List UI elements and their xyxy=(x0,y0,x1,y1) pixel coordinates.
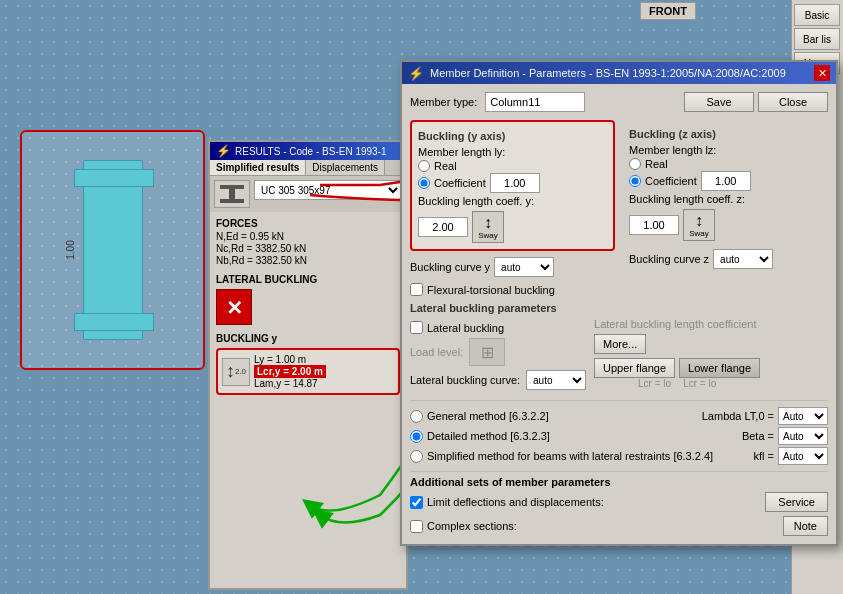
detailed-method-radio[interactable] xyxy=(410,430,423,443)
close-button[interactable]: Close xyxy=(758,92,828,112)
lat-curve-select[interactable]: auto xyxy=(526,370,586,390)
additional-section: Additional sets of member parameters Lim… xyxy=(410,471,828,536)
simplified-method-value: kfl = Auto xyxy=(754,447,828,465)
lateral-buckling-right: Lateral buckling length coefficient More… xyxy=(594,318,760,394)
member-preview: 1.00 xyxy=(20,130,205,370)
general-method-label: General method [6.3.2.2] xyxy=(427,410,549,422)
load-level-label: Load level: xyxy=(410,346,463,358)
forces-title: FORCES xyxy=(216,218,400,229)
general-method-value: Lambda LT,0 = Auto xyxy=(702,407,828,425)
detailed-method-value: Beta = Auto xyxy=(742,427,828,445)
radio-real-y-input[interactable] xyxy=(418,160,430,172)
radio-real-y-label: Real xyxy=(434,160,457,172)
section-icons-row: UC 305 305x97 xyxy=(210,176,406,212)
radio-real-z-label: Real xyxy=(645,158,668,170)
lateral-buckling-left: Lateral buckling Load level: ⊞ Lateral b… xyxy=(410,318,586,394)
tab-displacements[interactable]: Displacements xyxy=(306,160,385,175)
lat-curve-row: Lateral buckling curve: auto xyxy=(410,370,586,390)
general-method-radio[interactable] xyxy=(410,410,423,423)
buckling-values: Ly = 1.00 m Lcr,y = 2.00 m Lam,y = 14.87 xyxy=(254,354,326,389)
lateral-buckling-title: LATERAL BUCKLING xyxy=(216,274,400,285)
lateral-buckling-params: Lateral buckling parameters Lateral buck… xyxy=(410,302,828,394)
svg-rect-2 xyxy=(220,199,244,203)
buckling-y-header: Buckling (y axis) xyxy=(418,130,607,142)
member-type-label: Member type: xyxy=(410,96,477,108)
curve-z-select[interactable]: auto xyxy=(713,249,773,269)
sidebar-btn-barlis[interactable]: Bar lis xyxy=(794,28,840,50)
lcry-value: Lcr,y = 2.00 m xyxy=(254,365,326,378)
lateral-buckling-section: LATERAL BUCKLING ✕ xyxy=(216,274,400,325)
sidebar-btn-basic[interactable]: Basic xyxy=(794,4,840,26)
beta-select[interactable]: Auto xyxy=(778,427,828,445)
methods-section: General method [6.3.2.2] Lambda LT,0 = A… xyxy=(410,400,828,465)
dialog-title-icon: ⚡ xyxy=(408,66,424,81)
curve-y-row: Buckling curve y auto xyxy=(410,257,615,277)
tab-simplified-results[interactable]: Simplified results xyxy=(210,160,306,175)
coeff-z-row: ↕ Sway xyxy=(629,209,822,241)
buckling-y-title: BUCKLING y xyxy=(216,333,400,344)
member-type-row: Member type: Save Close xyxy=(410,92,828,112)
sway-z-label: Sway xyxy=(689,229,709,238)
limit-defl-label: Limit deflections and displacements: xyxy=(427,496,604,508)
coeff-z-input[interactable] xyxy=(629,215,679,235)
curve-y-select[interactable]: auto xyxy=(494,257,554,277)
radio-real-z[interactable]: Real xyxy=(629,158,822,170)
lz-value-input[interactable] xyxy=(701,171,751,191)
radio-real-z-input[interactable] xyxy=(629,158,641,170)
radio-coeff-y-input[interactable] xyxy=(418,177,430,189)
flange-buttons: More... xyxy=(594,334,760,354)
dialog-close-button[interactable]: ✕ xyxy=(814,65,830,81)
lateral-buckling-label: Lateral buckling xyxy=(427,322,504,334)
member-type-input[interactable] xyxy=(485,92,585,112)
curve-z-row: Buckling curve z auto xyxy=(623,249,828,269)
simplified-method-radio[interactable] xyxy=(410,450,423,463)
upper-flange-button[interactable]: Upper flange xyxy=(594,358,675,378)
lcr-left-label: Lcr = lo xyxy=(638,378,671,389)
simplified-method-label: Simplified method for beams with lateral… xyxy=(427,450,713,462)
member-length-lz-label: Member length lz: xyxy=(629,144,822,156)
sway-y-label: Sway xyxy=(478,231,498,240)
note-button[interactable]: Note xyxy=(783,516,828,536)
lambda-select[interactable]: Auto xyxy=(778,407,828,425)
radio-coeff-y[interactable]: Coefficient xyxy=(418,173,607,193)
buckling-columns: Buckling (y axis) Member length ly: Real… xyxy=(410,120,828,277)
kfl-label: kfl = xyxy=(754,450,774,462)
buckling-y-column: Buckling (y axis) Member length ly: Real… xyxy=(410,120,615,277)
sway-y-button[interactable]: ↕ Sway xyxy=(472,211,504,243)
buckling-z-header: Buckling (z axis) xyxy=(629,128,822,140)
buckling-y-highlighted: Buckling (y axis) Member length ly: Real… xyxy=(410,120,615,251)
section-icon-beam[interactable] xyxy=(214,180,250,208)
svg-rect-1 xyxy=(229,189,235,199)
front-label: FRONT xyxy=(640,2,696,20)
red-x-icon: ✕ xyxy=(216,289,252,325)
flexural-torsional-label: Flexural-torsional buckling xyxy=(427,284,555,296)
forces-nbrd: Nb,Rd = 3382.50 kN xyxy=(216,255,400,266)
kfl-select[interactable]: Auto xyxy=(778,447,828,465)
buckling-y-section: BUCKLING y ↕ 2.0 Ly = 1.00 m Lcr,y = 2.0… xyxy=(216,333,400,395)
sway-icon: ↕ 2.0 xyxy=(222,358,250,386)
service-button[interactable]: Service xyxy=(765,492,828,512)
more-button[interactable]: More... xyxy=(594,334,646,354)
coeff-y-input[interactable] xyxy=(418,217,468,237)
lateral-buckling-params-header: Lateral buckling parameters xyxy=(410,302,828,314)
lateral-buckling-two-cols: Lateral buckling Load level: ⊞ Lateral b… xyxy=(410,318,828,394)
sway-z-button[interactable]: ↕ Sway xyxy=(683,209,715,241)
ly-value: Ly = 1.00 m xyxy=(254,354,326,365)
section-dropdown[interactable]: UC 305 305x97 xyxy=(254,180,402,200)
results-title-bar: ⚡ RESULTS - Code - BS-EN 1993-1 xyxy=(210,142,406,160)
sway-y-icon: ↕ xyxy=(484,215,492,231)
flexural-torsional-checkbox[interactable] xyxy=(410,283,423,296)
radio-coeff-z-input[interactable] xyxy=(629,175,641,187)
radio-real-y[interactable]: Real xyxy=(418,160,607,172)
results-panel: ⚡ RESULTS - Code - BS-EN 1993-1 Simplifi… xyxy=(208,140,408,590)
lower-flange-button[interactable]: Lower flange xyxy=(679,358,760,378)
limit-defl-checkbox[interactable] xyxy=(410,496,423,509)
results-content: FORCES N,Ed = 0.95 kN Nc,Rd = 3382.50 kN… xyxy=(210,212,406,401)
save-button[interactable]: Save xyxy=(684,92,754,112)
results-title-icon: ⚡ xyxy=(216,144,231,158)
lateral-buckling-checkbox[interactable] xyxy=(410,321,423,334)
complex-sections-checkbox[interactable] xyxy=(410,520,423,533)
ly-value-input[interactable] xyxy=(490,173,540,193)
results-title-text: RESULTS - Code - BS-EN 1993-1 xyxy=(235,146,387,157)
radio-coeff-z[interactable]: Coefficient xyxy=(629,171,822,191)
